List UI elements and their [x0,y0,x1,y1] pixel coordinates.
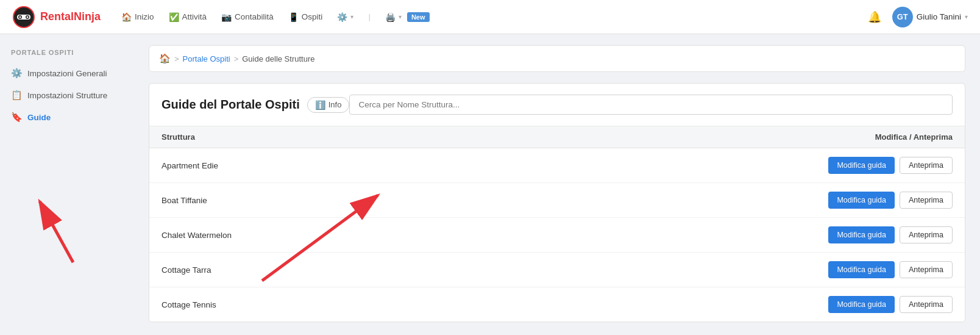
nav-inizio[interactable]: 🏠 Inizio [115,9,160,26]
svg-point-5 [20,16,21,18]
user-menu-button[interactable]: GT Giulio Tanini ▾ [892,7,968,27]
logo-icon [12,5,35,29]
svg-point-6 [27,16,29,18]
nav-ospiti[interactable]: 📱 Ospiti [282,9,329,26]
sidebar-item-guide[interactable]: 🔖 Guide [0,106,134,128]
row-buttons-1: Modifica guida Anteprima [828,192,953,209]
content-card: Guide del Portale Ospiti ℹ️ Info Struttu… [149,83,965,322]
breadcrumb-sep-1: > [174,54,179,63]
table-row: Apartment Edie Modifica guida Anteprima [149,148,965,183]
new-icon: 🖨️ [385,12,396,22]
table-header: Struttura Modifica / Anteprima [149,126,965,148]
modifica-guida-button-0[interactable]: Modifica guida [828,157,895,174]
row-name-0: Apartment Edie [162,161,218,170]
anteprima-button-4[interactable]: Anteprima [900,296,953,313]
row-buttons-0: Modifica guida Anteprima [828,157,953,174]
nav-settings[interactable]: ⚙️ ▾ [331,9,360,26]
anteprima-button-3[interactable]: Anteprima [900,261,953,278]
card-header-left: Guide del Portale Ospiti ℹ️ Info [162,97,349,113]
main-layout: Portale Ospiti ⚙️ Impostazioni Generali … [0,34,980,335]
sidebar-item-impostazioni-generali[interactable]: ⚙️ Impostazioni Generali [0,62,134,84]
nav-separator: | [362,9,377,25]
table-body: Apartment Edie Modifica guida Anteprima … [149,148,965,322]
table-row: Cottage Tarra Modifica guida Anteprima [149,253,965,287]
anteprima-button-1[interactable]: Anteprima [900,192,953,209]
breadcrumb-home-icon[interactable]: 🏠 [159,53,171,64]
breadcrumb-current: Guide delle Strutture [242,54,314,63]
top-navigation: RentalNinja 🏠 Inizio ✅ Attività 📷 Contab… [0,0,980,34]
breadcrumb-portale-ospiti[interactable]: Portale Ospiti [183,54,230,63]
table-row: Boat Tiffanie Modifica guida Anteprima [149,183,965,218]
nav-new[interactable]: 🖨️ ▾ New [379,9,436,26]
notifications-button[interactable]: 🔔 [865,8,884,26]
row-buttons-4: Modifica guida Anteprima [828,296,953,313]
info-circle-icon: ℹ️ [315,100,325,110]
modifica-guida-button-2[interactable]: Modifica guida [828,226,895,243]
nav-right: 🔔 GT Giulio Tanini ▾ [865,7,968,27]
avatar: GT [892,7,913,27]
chevron-down-icon-user: ▾ [965,13,968,20]
nav-items: 🏠 Inizio ✅ Attività 📷 Contabilità 📱 Ospi… [115,9,865,26]
breadcrumb-sep-2: > [234,54,239,63]
sidebar: Portale Ospiti ⚙️ Impostazioni Generali … [0,34,134,335]
sidebar-section-label: Portale Ospiti [0,49,134,62]
gear-icon: ⚙️ [337,12,347,22]
modifica-guida-button-3[interactable]: Modifica guida [828,261,895,278]
row-name-4: Cottage Tennis [162,300,216,309]
gear-icon-sidebar: ⚙️ [11,68,23,79]
chevron-down-icon: ▾ [350,13,353,20]
row-name-3: Cottage Tarra [162,265,211,275]
card-header: Guide del Portale Ospiti ℹ️ Info [149,84,965,126]
mobile-icon: 📱 [288,12,299,22]
col-struttura-header: Struttura [162,132,195,142]
camera-icon: 📷 [221,12,232,22]
row-name-2: Chalet Watermelon [162,231,232,240]
modifica-guida-button-4[interactable]: Modifica guida [828,296,895,313]
breadcrumb: 🏠 > Portale Ospiti > Guide delle Struttu… [149,45,965,72]
home-icon: 🏠 [121,12,132,22]
anteprima-button-0[interactable]: Anteprima [900,157,953,174]
bookmark-icon: 🔖 [11,112,23,123]
check-icon: ✅ [169,12,179,22]
chevron-down-icon-2: ▾ [399,13,402,20]
search-input[interactable] [349,95,953,115]
anteprima-button-2[interactable]: Anteprima [900,226,953,243]
col-actions-header: Modifica / Anteprima [875,132,953,142]
row-buttons-2: Modifica guida Anteprima [828,226,953,243]
nav-attivita[interactable]: ✅ Attività [163,9,213,26]
table-row: Chalet Watermelon Modifica guida Antepri… [149,218,965,253]
page-title: Guide del Portale Ospiti [162,98,300,112]
sidebar-item-impostazioni-strutture[interactable]: 📋 Impostazioni Strutture [0,84,134,106]
row-buttons-3: Modifica guida Anteprima [828,261,953,278]
nav-contabilita[interactable]: 📷 Contabilità [215,9,280,26]
logo-text: RentalNinja [40,10,101,23]
new-badge: New [407,12,430,22]
table-row: Cottage Tennis Modifica guida Anteprima [149,287,965,322]
logo[interactable]: RentalNinja [12,5,101,29]
row-name-1: Boat Tiffanie [162,196,207,205]
main-content: 🏠 > Portale Ospiti > Guide delle Struttu… [134,34,980,335]
info-button[interactable]: ℹ️ Info [307,97,350,113]
clipboard-icon: 📋 [11,90,23,101]
modifica-guida-button-1[interactable]: Modifica guida [828,192,895,209]
